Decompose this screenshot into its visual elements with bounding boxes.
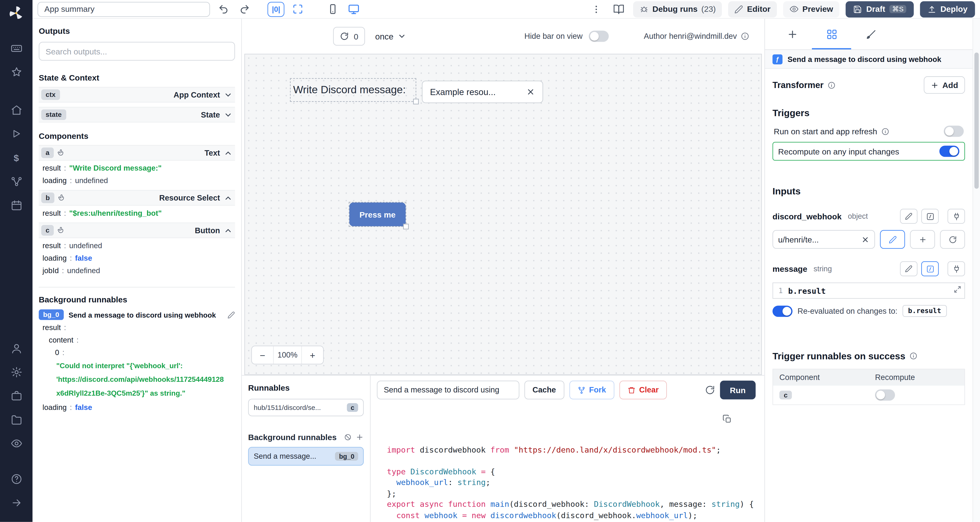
apps-icon[interactable] <box>10 42 22 54</box>
zoom-in-button[interactable]: + <box>302 346 323 364</box>
reeval-toggle[interactable] <box>772 306 792 317</box>
clear-button[interactable]: Clear <box>619 381 667 399</box>
scrollbar[interactable] <box>972 19 980 522</box>
pointer-icon[interactable] <box>57 149 66 157</box>
info-icon[interactable] <box>909 352 917 360</box>
runs-icon[interactable] <box>10 127 22 140</box>
help-icon[interactable] <box>10 473 22 485</box>
copy-icon[interactable] <box>722 414 732 424</box>
info-icon[interactable] <box>741 32 749 41</box>
refresh-resource-button[interactable] <box>940 230 965 249</box>
press-me-button[interactable]: Press me <box>349 202 406 226</box>
tab-component-settings[interactable] <box>812 19 851 49</box>
docs-book-icon[interactable] <box>611 2 627 17</box>
expand-icon[interactable] <box>954 286 961 293</box>
component-row-c[interactable]: c Button <box>39 223 235 238</box>
scrollbar-thumb[interactable] <box>974 53 978 189</box>
hide-bar-toggle[interactable] <box>589 30 609 42</box>
ctx-row[interactable]: ctx App Context <box>39 87 235 103</box>
users-icon[interactable] <box>10 342 22 354</box>
connect-plug-button[interactable] <box>948 261 965 276</box>
chevron-up-icon[interactable] <box>224 148 232 157</box>
eval-fx-button[interactable] <box>921 261 939 276</box>
windmill-logo-icon[interactable] <box>8 5 24 21</box>
schedule-select[interactable]: once <box>375 32 406 41</box>
favorites-star-icon[interactable] <box>10 65 22 78</box>
runnable-item[interactable]: hub/1511/discord/se... c <box>248 399 364 416</box>
redo-button[interactable] <box>236 2 253 17</box>
add-resource-button[interactable] <box>910 230 935 249</box>
script-name-input[interactable]: Send a message to discord using <box>377 381 519 399</box>
refresh-count-button[interactable]: 0 <box>333 27 365 46</box>
recenter-button[interactable]: |0| <box>267 2 285 17</box>
connect-plug-button[interactable] <box>948 209 965 224</box>
settings-gear-icon[interactable] <box>10 366 22 378</box>
add-transformer-button[interactable]: Add <box>924 76 965 94</box>
text-component-selection[interactable]: Write Discord message: <box>290 78 416 102</box>
workers-icon[interactable] <box>10 389 22 402</box>
app-summary-input[interactable] <box>37 2 210 17</box>
chevron-down-icon[interactable] <box>224 110 232 119</box>
deploy-button[interactable]: Deploy <box>920 1 975 17</box>
add-background-runnable-button[interactable] <box>356 433 364 441</box>
bg0-row[interactable]: bg_0 Send a message to discord using web… <box>39 309 235 320</box>
kebab-menu-icon[interactable] <box>588 2 605 17</box>
audit-logs-eye-icon[interactable] <box>10 437 22 449</box>
edit-resource-pencil-button[interactable] <box>880 230 905 249</box>
recompute-row-toggle[interactable] <box>875 389 895 401</box>
pointer-icon[interactable] <box>58 194 66 202</box>
component-row-a[interactable]: a Text <box>39 145 235 161</box>
recompute-toggle[interactable] <box>939 146 959 157</box>
run-button[interactable]: Run <box>720 381 756 399</box>
undo-button[interactable] <box>215 2 231 17</box>
reeval-value-chip[interactable]: b.result <box>902 305 947 317</box>
eval-fx-button[interactable] <box>921 209 939 224</box>
text-component[interactable]: Write Discord message: <box>291 79 415 101</box>
static-pencil-button[interactable] <box>900 261 917 276</box>
resource-input[interactable]: u/henri/te... <box>772 230 875 249</box>
zoom-out-button[interactable]: − <box>252 346 273 364</box>
tab-styling[interactable] <box>851 19 891 49</box>
code-editor[interactable]: import discordwebhook from "https://deno… <box>371 403 765 522</box>
clear-x-icon[interactable] <box>526 88 535 96</box>
pointer-icon[interactable] <box>57 226 66 234</box>
search-outputs-input[interactable] <box>39 42 235 61</box>
info-icon[interactable] <box>827 81 835 89</box>
clear-x-icon[interactable] <box>861 235 870 243</box>
fullscreen-icon[interactable] <box>290 2 306 17</box>
refresh-icon[interactable] <box>705 385 715 395</box>
desktop-view-icon[interactable] <box>346 2 362 17</box>
hide-runnables-icon[interactable] <box>344 433 352 441</box>
resize-handle[interactable] <box>403 224 409 229</box>
tab-editor[interactable]: Editor <box>728 1 777 17</box>
static-pencil-button[interactable] <box>900 209 917 224</box>
variables-icon[interactable]: $ <box>10 151 22 164</box>
tab-insert-component[interactable] <box>772 19 812 49</box>
info-icon[interactable] <box>881 127 889 135</box>
tab-preview[interactable]: Preview <box>783 1 839 17</box>
component-row-b[interactable]: b Resource Select <box>39 190 235 206</box>
state-row[interactable]: state State <box>39 107 235 123</box>
resources-icon[interactable] <box>10 175 22 188</box>
message-code-input[interactable]: 1 b.result <box>772 282 965 299</box>
schedules-icon[interactable] <box>10 199 22 211</box>
cache-button[interactable]: Cache <box>525 381 564 399</box>
resource-select-component[interactable]: Example resou... <box>422 81 543 103</box>
chevron-up-icon[interactable] <box>224 226 232 235</box>
draft-button[interactable]: Draft ⌘S <box>846 1 913 17</box>
edit-pencil-icon[interactable] <box>228 311 235 318</box>
draft-label: Draft <box>866 4 885 14</box>
fork-button[interactable]: Fork <box>569 381 614 399</box>
bg-runnable-item-selected[interactable]: Send a message... bg_0 <box>248 447 364 466</box>
debug-runs-button[interactable]: Debug runs (23) <box>633 1 722 17</box>
folders-icon[interactable] <box>10 413 22 426</box>
run-on-start-toggle[interactable] <box>944 126 964 137</box>
collapse-sidebar-icon[interactable] <box>10 497 22 509</box>
resize-handle[interactable] <box>413 99 419 104</box>
home-icon[interactable] <box>10 103 22 116</box>
app-canvas[interactable]: Write Discord message: Example resou... … <box>244 54 762 375</box>
button-component-selection[interactable]: Press me <box>349 202 406 227</box>
chevron-down-icon[interactable] <box>224 90 232 99</box>
chevron-up-icon[interactable] <box>224 194 232 202</box>
mobile-view-icon[interactable] <box>325 2 341 17</box>
